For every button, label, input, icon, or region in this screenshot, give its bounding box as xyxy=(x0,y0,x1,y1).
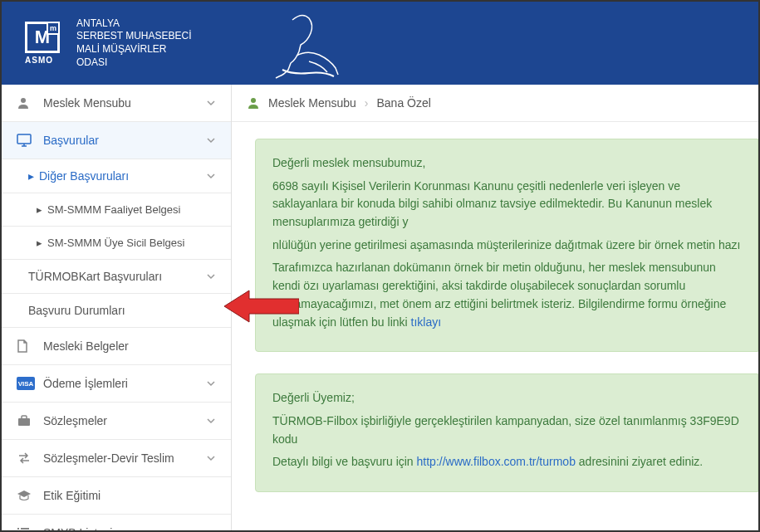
sidebar-item-sozlesmeler-devir[interactable]: Sözleşmeler-Devir Teslim xyxy=(2,440,231,477)
chevron-right-icon: › xyxy=(365,96,369,110)
panel-text: 6698 sayılı Kişisel Verilerin Korunması … xyxy=(272,178,741,232)
sidebar-item-mesleki-belgeler[interactable]: Mesleki Belgeler xyxy=(2,328,231,365)
svg-rect-2 xyxy=(18,418,30,426)
sidebar-item-label: Sözleşmeler-Devir Teslim xyxy=(43,451,174,465)
sidebar-item-label: SM-SMMM Üye Sicil Belgesi xyxy=(47,237,184,249)
bullet-icon: ▸ xyxy=(28,169,34,183)
sidebar-item-label: Başvurular xyxy=(43,134,99,147)
logo-block: Mm ASMO ANTALYA SERBEST MUHASEBECİ MALİ … xyxy=(25,17,191,69)
sidebar-item-smyb-listesi[interactable]: SMYB Listesi xyxy=(2,515,231,532)
sidebar-item-basvurular[interactable]: Başvurular xyxy=(2,122,231,159)
breadcrumb-item: Bana Özel xyxy=(377,96,431,110)
user-icon xyxy=(17,96,35,110)
ataturk-image xyxy=(259,10,342,81)
sidebar-item-sozlesmeler[interactable]: Sözleşmeler xyxy=(2,403,231,440)
list-icon xyxy=(17,527,35,532)
sidebar-subitem-diger-basvurulari[interactable]: ▸ Diğer Başvuruları xyxy=(2,159,231,193)
sidebar-item-meslek-mensubu[interactable]: Meslek Mensubu xyxy=(2,85,231,122)
visa-icon: VISA xyxy=(17,377,35,390)
org-name: ANTALYA SERBEST MUHASEBECİ MALİ MÜŞAVİRL… xyxy=(76,17,191,69)
sidebar-item-odeme-islemleri[interactable]: VISA Ödeme İşlemleri xyxy=(2,365,231,403)
info-panel-kvkk: Değerli meslek mensubumuz, 6698 sayılı K… xyxy=(255,139,758,352)
panel-greeting: Değerli Üyemiz; xyxy=(272,389,741,408)
svg-point-3 xyxy=(251,98,256,103)
app-header: Mm ASMO ANTALYA SERBEST MUHASEBECİ MALİ … xyxy=(2,2,758,85)
sidebar-subitem-turmobkart[interactable]: TÜRMOBKart Başvuruları xyxy=(2,260,231,294)
svg-marker-4 xyxy=(224,290,299,322)
svg-rect-1 xyxy=(17,134,31,144)
sidebar-item-label: Diğer Başvuruları xyxy=(39,169,129,183)
monitor-icon xyxy=(17,134,35,147)
bullet-icon: ▸ xyxy=(37,237,42,249)
panel-greeting: Değerli meslek mensubumuz, xyxy=(272,154,741,173)
sidebar-subitem-basvuru-durumlari[interactable]: Başvuru Durumları xyxy=(2,294,231,328)
chevron-down-icon xyxy=(206,378,216,388)
breadcrumb: Meslek Mensubu › Bana Özel xyxy=(232,85,758,122)
chevron-down-icon xyxy=(206,171,216,181)
graduation-icon xyxy=(17,490,35,501)
chevron-down-icon xyxy=(206,98,216,108)
sidebar: Meslek Mensubu Başvurular ▸ Diğer Başvur… xyxy=(2,85,232,530)
transfer-icon xyxy=(17,451,35,465)
briefcase-icon xyxy=(17,414,35,427)
info-link[interactable]: tıklayı xyxy=(411,315,442,329)
info-panel-filbox: Değerli Üyemiz; TÜRMOB-Filbox işbirliğiy… xyxy=(255,373,758,492)
panel-text: TÜRMOB-Filbox işbirliğiyle gerçekleştiri… xyxy=(272,412,741,448)
logo-icon: Mm ASMO xyxy=(25,22,68,65)
breadcrumb-item[interactable]: Meslek Mensubu xyxy=(268,96,356,110)
svg-point-0 xyxy=(21,98,26,103)
panel-text: Tarafımızca hazırlanan dokümanın örnek b… xyxy=(272,259,741,331)
sidebar-item-label: TÜRMOBKart Başvuruları xyxy=(28,270,162,283)
sidebar-link-uye-sicil-belgesi[interactable]: ▸ SM-SMMM Üye Sicil Belgesi xyxy=(2,227,231,260)
sidebar-item-label: Mesleki Belgeler xyxy=(43,339,129,353)
sidebar-link-faaliyet-belgesi[interactable]: ▸ SM-SMMM Faaliyet Belgesi xyxy=(2,193,231,227)
callout-arrow-icon xyxy=(224,287,299,325)
chevron-down-icon xyxy=(206,453,216,463)
panel-text: Detaylı bilgi ve başvuru için http://www… xyxy=(272,453,741,471)
sidebar-item-label: Etik Eğitimi xyxy=(43,489,101,502)
chevron-down-icon xyxy=(206,135,216,145)
filbox-link[interactable]: http://www.filbox.com.tr/turmob xyxy=(417,455,576,468)
sidebar-item-label: Sözleşmeler xyxy=(43,414,107,427)
sidebar-item-label: Başvuru Durumları xyxy=(28,304,125,317)
user-icon xyxy=(247,96,260,110)
chevron-down-icon xyxy=(206,416,216,426)
sidebar-item-label: Ödeme İşlemleri xyxy=(43,377,128,390)
bullet-icon: ▸ xyxy=(37,203,42,216)
sidebar-item-label: SMYB Listesi xyxy=(43,526,112,532)
file-icon xyxy=(17,339,35,353)
panel-text: nlülüğün yerine getirilmesi aşamasında m… xyxy=(272,237,741,255)
sidebar-item-label: SM-SMMM Faaliyet Belgesi xyxy=(47,203,180,216)
sidebar-item-label: Meslek Mensubu xyxy=(43,96,131,110)
content-area: Meslek Mensubu › Bana Özel Değerli mesle… xyxy=(232,85,758,530)
chevron-down-icon xyxy=(206,271,216,281)
sidebar-item-etik-egitimi[interactable]: Etik Eğitimi xyxy=(2,477,231,515)
